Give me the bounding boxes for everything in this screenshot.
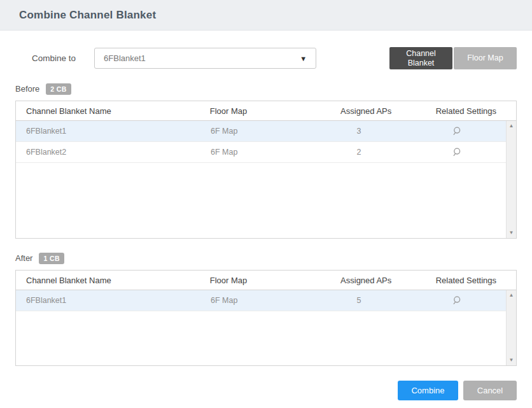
combine-to-selected-value: 6FBlanket1	[104, 53, 146, 63]
view-toggle-group: Channel Blanket Floor Map	[389, 47, 517, 69]
scroll-down-icon[interactable]: ▼	[509, 358, 514, 363]
column-header-assigned-aps: Assigned APs	[316, 106, 416, 116]
combine-button[interactable]: Combine	[398, 381, 458, 400]
scroll-up-icon[interactable]: ▲	[509, 293, 514, 298]
column-header-floor-map: Floor Map	[141, 106, 316, 116]
cell-assigned-aps: 5	[310, 296, 408, 305]
after-table-scrollbar[interactable]: ▲ ▼	[506, 290, 516, 365]
after-table-rows: 6FBlanket1 6F Map 5	[16, 290, 506, 365]
after-label: After	[15, 253, 32, 263]
before-table-header: Channel Blanket Name Floor Map Assigned …	[16, 101, 516, 121]
scroll-down-icon[interactable]: ▼	[509, 230, 514, 236]
column-header-related-settings: Related Settings	[416, 106, 516, 116]
scroll-up-icon[interactable]: ▲	[509, 123, 514, 129]
cancel-button[interactable]: Cancel	[463, 381, 517, 400]
chevron-down-icon: ▼	[300, 55, 307, 62]
column-header-floor-map: Floor Map	[141, 276, 316, 285]
cell-floor-map: 6F Map	[139, 148, 311, 157]
channel-blanket-toggle-button[interactable]: Channel Blanket	[389, 47, 452, 69]
cell-floor-map: 6F Map	[139, 127, 311, 136]
after-table: Channel Blanket Name Floor Map Assigned …	[15, 270, 517, 366]
cell-assigned-aps: 2	[310, 148, 408, 157]
after-section-header: After 1 CB	[15, 251, 517, 265]
search-icon[interactable]	[452, 147, 462, 157]
page-title: Combine Channel Blanket	[19, 9, 156, 22]
column-header-channel-blanket-name: Channel Blanket Name	[16, 106, 141, 116]
cell-related-settings	[408, 126, 506, 136]
search-icon[interactable]	[452, 295, 462, 306]
cell-related-settings	[408, 295, 506, 306]
before-table-rows: 6FBlanket1 6F Map 3 6FBlanket2 6F Map 2	[16, 121, 506, 238]
before-table-body: 6FBlanket1 6F Map 3 6FBlanket2 6F Map 2	[16, 121, 516, 238]
combine-to-dropdown[interactable]: 6FBlanket1 ▼	[94, 48, 316, 69]
cell-floor-map: 6F Map	[139, 296, 311, 305]
table-row[interactable]: 6FBlanket2 6F Map 2	[16, 142, 506, 163]
cell-channel-blanket-name: 6FBlanket1	[16, 127, 139, 136]
before-count-badge: 2 CB	[46, 83, 71, 95]
footer-actions: Combine Cancel	[15, 381, 517, 400]
cell-related-settings	[408, 147, 506, 157]
column-header-related-settings: Related Settings	[416, 276, 516, 285]
cell-assigned-aps: 3	[310, 127, 408, 136]
after-count-badge: 1 CB	[39, 253, 64, 264]
cell-channel-blanket-name: 6FBlanket2	[16, 148, 139, 157]
main-content: Combine to 6FBlanket1 ▼ Channel Blanket …	[0, 47, 532, 400]
combine-to-row: Combine to 6FBlanket1 ▼ Channel Blanket …	[15, 47, 517, 69]
search-icon[interactable]	[452, 126, 462, 136]
after-table-header: Channel Blanket Name Floor Map Assigned …	[16, 271, 516, 290]
table-row[interactable]: 6FBlanket1 6F Map 3	[16, 121, 506, 142]
before-table-scrollbar[interactable]: ▲ ▼	[506, 121, 516, 238]
column-header-channel-blanket-name: Channel Blanket Name	[16, 276, 141, 285]
after-table-body: 6FBlanket1 6F Map 5 ▲ ▼	[16, 290, 516, 365]
before-label: Before	[15, 84, 39, 94]
page-header: Combine Channel Blanket	[0, 0, 532, 31]
cell-channel-blanket-name: 6FBlanket1	[16, 296, 139, 305]
table-row[interactable]: 6FBlanket1 6F Map 5	[16, 290, 506, 311]
before-table: Channel Blanket Name Floor Map Assigned …	[15, 101, 517, 239]
combine-to-label: Combine to	[32, 53, 76, 63]
before-section-header: Before 2 CB	[15, 82, 517, 95]
column-header-assigned-aps: Assigned APs	[316, 276, 416, 285]
floor-map-toggle-button[interactable]: Floor Map	[454, 47, 517, 69]
